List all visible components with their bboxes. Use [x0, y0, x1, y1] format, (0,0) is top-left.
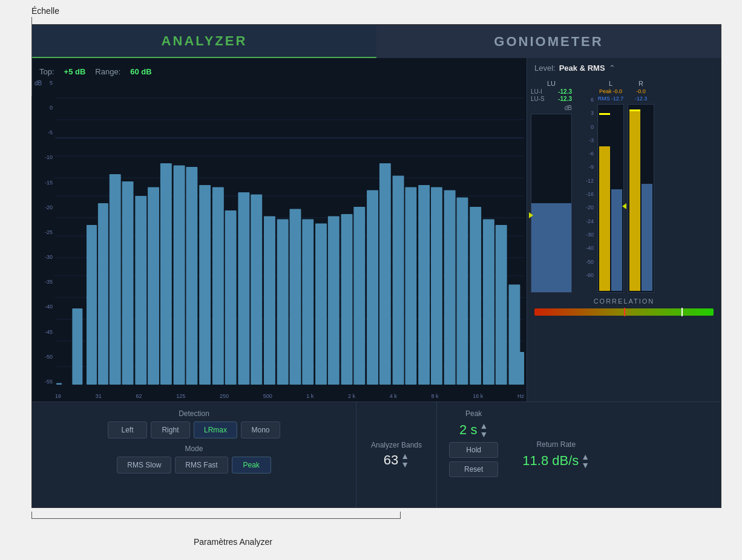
scale-neg30: -30	[576, 232, 594, 238]
reset-button[interactable]: Reset	[449, 461, 498, 477]
r-peak-value: -0.0	[636, 88, 646, 94]
r-peak-marker-top	[629, 109, 640, 111]
controls-left: Detection Left Right LRmax Mono Mode RMS…	[32, 402, 356, 507]
analyzer-tab-label: ANALYZER	[162, 33, 248, 49]
r-rms-bar	[642, 106, 652, 291]
parametres-label: Paramètres Analyzer	[194, 537, 272, 547]
mode-rms-fast-button[interactable]: RMS Fast	[175, 457, 228, 474]
svg-rect-45	[456, 197, 468, 385]
db-label-neg55: -55	[34, 379, 53, 385]
svg-rect-15	[72, 308, 82, 385]
freq-250: 250	[220, 393, 229, 399]
top-label: Top:	[39, 67, 54, 76]
l-channel-section: L Peak -0.0 RMS -12.7	[597, 80, 624, 293]
freq-500: 500	[263, 393, 272, 399]
db-label-5: 5	[34, 80, 53, 86]
svg-rect-35	[328, 217, 340, 385]
db-label-neg30: -30	[34, 254, 53, 260]
controls-right: Peak 2 s ▲ ▼ Hold Reset Retu	[436, 402, 721, 507]
r-bar-container	[628, 104, 654, 293]
peak-up-icon[interactable]: ▲	[479, 422, 488, 430]
svg-rect-24	[186, 167, 197, 385]
tab-analyzer[interactable]: ANALYZER	[32, 25, 376, 58]
scale-neg60: -60	[576, 272, 594, 278]
db-label-neg35: -35	[34, 279, 53, 285]
mode-peak-button[interactable]: Peak	[232, 457, 271, 474]
db-label-0: 0	[34, 105, 53, 111]
lu-db-label: dB	[531, 105, 572, 111]
r-peak-fill	[629, 111, 640, 291]
peak-value: 2 s	[459, 422, 477, 438]
return-rate-spinner[interactable]: ▲ ▼	[581, 452, 589, 469]
freq-16: 16	[55, 393, 61, 399]
tab-goniometer[interactable]: GONIOMETER	[376, 25, 721, 58]
scale-neg6: -6	[576, 151, 594, 157]
meter-scale-col: 6 3 0 -3 -6 -9 -12 -16 -20 -24 -30 -40	[576, 80, 594, 293]
lu-bar-container	[531, 114, 572, 293]
db-label-neg50: -50	[34, 354, 53, 360]
svg-rect-34	[315, 224, 327, 385]
bands-up-icon[interactable]: ▲	[401, 452, 409, 460]
lu-bar-fill	[531, 203, 571, 292]
svg-rect-30	[264, 217, 275, 385]
lus-value: -12.3	[558, 96, 572, 102]
freq-16k: 16 k	[473, 393, 483, 399]
analyzer-bands-control[interactable]: 63 ▲ ▼	[384, 452, 409, 469]
hold-button[interactable]: Hold	[449, 442, 498, 458]
l-peak-fill	[599, 146, 610, 291]
detection-lrmax-button[interactable]: LRmax	[194, 422, 237, 438]
goniometer-tab-label: GONIOMETER	[494, 34, 603, 50]
l-bar-container	[597, 104, 624, 293]
rr-up-icon[interactable]: ▲	[581, 452, 589, 461]
db-axis: 5 0 -5 -10 -15 -20 -25 -30 -35 -40 -45 -…	[32, 80, 55, 385]
peak-down-icon[interactable]: ▼	[479, 430, 488, 438]
l-rms-value: -12.7	[611, 96, 624, 102]
svg-rect-40	[393, 175, 404, 385]
lus-label: LU-S	[531, 96, 545, 102]
l-peak-bar	[599, 106, 610, 291]
svg-rect-21	[148, 187, 159, 385]
plugin-window: ANALYZER GONIOMETER Top: +5 dB Range: 60…	[31, 24, 721, 508]
svg-rect-19	[122, 181, 134, 385]
range-label: Range:	[95, 67, 120, 76]
lu-header: LU	[531, 80, 572, 87]
r-rms-value: -12.3	[635, 96, 648, 102]
chart-area	[55, 80, 524, 385]
scale-3: 3	[576, 110, 594, 116]
lui-value: -12.3	[558, 88, 572, 95]
peak-value-control[interactable]: 2 s ▲ ▼	[459, 422, 488, 438]
bands-down-icon[interactable]: ▼	[401, 460, 409, 469]
top-value[interactable]: +5 dB	[64, 67, 86, 76]
level-value[interactable]: Peak & RMS	[559, 63, 605, 73]
svg-rect-42	[418, 185, 430, 385]
detection-section: Detection Left Right LRmax Mono	[44, 409, 344, 438]
detection-right-button[interactable]: Right	[151, 422, 190, 438]
range-value[interactable]: 60 dB	[130, 67, 151, 76]
svg-rect-20	[135, 196, 146, 385]
svg-rect-26	[212, 187, 224, 385]
svg-rect-39	[379, 163, 391, 385]
r-channel-section: R -0.0 -12.3	[628, 80, 654, 293]
l-rms-fill	[611, 189, 622, 291]
l-peak-value: -0.0	[613, 88, 623, 94]
db-label-neg25: -25	[34, 229, 53, 235]
scale-6: 6	[576, 97, 594, 103]
detection-left-button[interactable]: Left	[108, 422, 147, 438]
outer-wrapper: Échelle ANALYZER GONIOMETER Top: +5 dB R…	[0, 0, 742, 560]
freq-125: 125	[176, 393, 185, 399]
r-peak-bar	[629, 106, 640, 291]
return-rate-control[interactable]: 11.8 dB/s ▲ ▼	[522, 452, 589, 469]
detection-mono-button[interactable]: Mono	[241, 422, 280, 438]
mode-rms-slow-button[interactable]: RMS Slow	[117, 457, 171, 474]
bands-spinner[interactable]: ▲ ▼	[401, 452, 409, 469]
svg-rect-38	[367, 190, 378, 385]
peak-spinner[interactable]: ▲ ▼	[479, 422, 488, 438]
db-label-neg40: -40	[34, 304, 53, 310]
svg-rect-18	[110, 174, 121, 385]
scale-neg50: -50	[576, 259, 594, 265]
goniometer-section: Level: Peak & RMS ⌃ LU LU-I -12.3 LU	[527, 58, 721, 402]
level-dropdown-icon[interactable]: ⌃	[609, 63, 616, 73]
svg-rect-48	[496, 225, 507, 385]
rr-down-icon[interactable]: ▼	[581, 461, 589, 469]
echelle-label: Échelle	[31, 6, 59, 16]
